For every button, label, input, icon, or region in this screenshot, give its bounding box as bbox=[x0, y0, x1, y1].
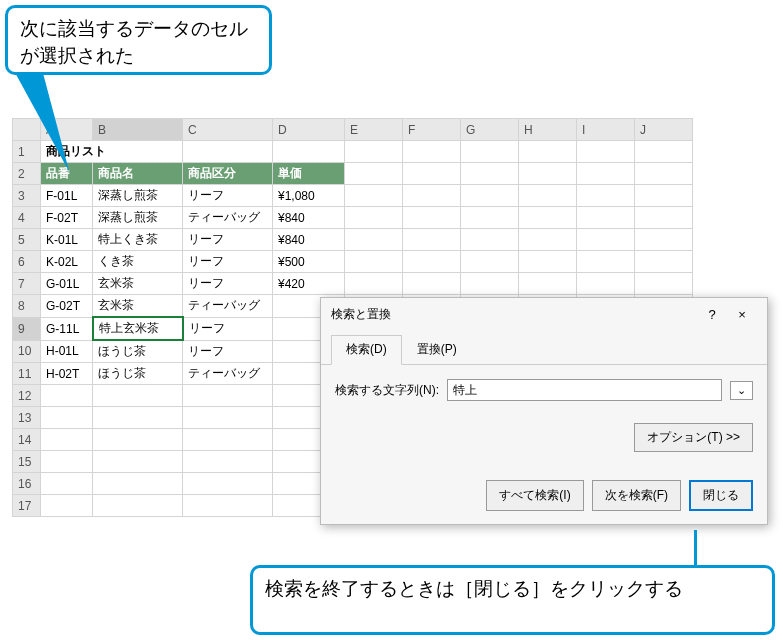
cell[interactable]: ほうじ茶 bbox=[93, 363, 183, 385]
cell[interactable]: K-01L bbox=[41, 229, 93, 251]
col-header-j[interactable]: J bbox=[635, 119, 693, 141]
find-next-button[interactable]: 次を検索(F) bbox=[592, 480, 681, 511]
cell[interactable]: リーフ bbox=[183, 229, 273, 251]
find-replace-dialog: 検索と置換 ? × 検索(D) 置換(P) 検索する文字列(N): ⌄ オプショ… bbox=[320, 297, 768, 525]
row-header[interactable]: 17 bbox=[13, 495, 41, 517]
cell[interactable]: ¥420 bbox=[273, 273, 345, 295]
callout-bottom-text: 検索を終了するときは［閉じる］をクリックする bbox=[265, 578, 683, 599]
row-header[interactable]: 11 bbox=[13, 363, 41, 385]
cell[interactable]: ティーバッグ bbox=[183, 295, 273, 318]
find-all-button[interactable]: すべて検索(I) bbox=[486, 480, 583, 511]
header-price[interactable]: 単価 bbox=[273, 163, 345, 185]
close-button[interactable]: 閉じる bbox=[689, 480, 753, 511]
row-header[interactable]: 3 bbox=[13, 185, 41, 207]
row-header[interactable]: 6 bbox=[13, 251, 41, 273]
cell[interactable]: F-02T bbox=[41, 207, 93, 229]
callout-top-text: 次に該当するデータのセルが選択された bbox=[20, 18, 248, 66]
dialog-tabs: 検索(D) 置換(P) bbox=[321, 331, 767, 365]
dialog-title-text: 検索と置換 bbox=[331, 306, 391, 323]
col-header-g[interactable]: G bbox=[461, 119, 519, 141]
selected-cell[interactable]: 特上玄米茶 bbox=[93, 317, 183, 340]
cell[interactable]: リーフ bbox=[183, 185, 273, 207]
row-header[interactable]: 10 bbox=[13, 340, 41, 363]
col-header-f[interactable]: F bbox=[403, 119, 461, 141]
close-x-button[interactable]: × bbox=[727, 307, 757, 322]
col-header-b[interactable]: B bbox=[93, 119, 183, 141]
cell[interactable]: H-01L bbox=[41, 340, 93, 363]
cell[interactable]: 深蒸し煎茶 bbox=[93, 185, 183, 207]
callout-top: 次に該当するデータのセルが選択された bbox=[5, 5, 272, 75]
row-header[interactable]: 15 bbox=[13, 451, 41, 473]
dialog-titlebar[interactable]: 検索と置換 ? × bbox=[321, 298, 767, 331]
row-header[interactable]: 2 bbox=[13, 163, 41, 185]
cell[interactable]: リーフ bbox=[183, 340, 273, 363]
cell[interactable]: ¥1,080 bbox=[273, 185, 345, 207]
find-label: 検索する文字列(N): bbox=[335, 382, 439, 399]
cell[interactable]: ティーバッグ bbox=[183, 363, 273, 385]
row-header[interactable]: 9 bbox=[13, 317, 41, 340]
row-header[interactable]: 16 bbox=[13, 473, 41, 495]
cell[interactable]: K-02L bbox=[41, 251, 93, 273]
cell[interactable]: リーフ bbox=[183, 251, 273, 273]
col-header-e[interactable]: E bbox=[345, 119, 403, 141]
header-category[interactable]: 商品区分 bbox=[183, 163, 273, 185]
cell[interactable]: リーフ bbox=[183, 317, 273, 340]
find-input[interactable] bbox=[447, 379, 722, 401]
cell[interactable]: ティーバッグ bbox=[183, 207, 273, 229]
cell[interactable]: 玄米茶 bbox=[93, 273, 183, 295]
row-header[interactable]: 4 bbox=[13, 207, 41, 229]
cell[interactable]: F-01L bbox=[41, 185, 93, 207]
row-header[interactable]: 12 bbox=[13, 385, 41, 407]
cell[interactable]: くき茶 bbox=[93, 251, 183, 273]
cell[interactable]: ¥840 bbox=[273, 207, 345, 229]
row-header[interactable]: 14 bbox=[13, 429, 41, 451]
row-header[interactable]: 7 bbox=[13, 273, 41, 295]
cell[interactable]: ほうじ茶 bbox=[93, 340, 183, 363]
cell[interactable]: G-01L bbox=[41, 273, 93, 295]
cell[interactable]: G-02T bbox=[41, 295, 93, 318]
help-button[interactable]: ? bbox=[697, 307, 727, 322]
row-header[interactable]: 8 bbox=[13, 295, 41, 318]
col-header-d[interactable]: D bbox=[273, 119, 345, 141]
cell[interactable]: リーフ bbox=[183, 273, 273, 295]
header-name[interactable]: 商品名 bbox=[93, 163, 183, 185]
options-button[interactable]: オプション(T) >> bbox=[634, 423, 753, 452]
col-header-i[interactable]: I bbox=[577, 119, 635, 141]
corner-cell[interactable] bbox=[13, 119, 41, 141]
cell[interactable]: ¥840 bbox=[273, 229, 345, 251]
cell[interactable]: 深蒸し煎茶 bbox=[93, 207, 183, 229]
tab-replace[interactable]: 置換(P) bbox=[402, 335, 472, 364]
col-header-h[interactable]: H bbox=[519, 119, 577, 141]
row-header[interactable]: 5 bbox=[13, 229, 41, 251]
col-header-c[interactable]: C bbox=[183, 119, 273, 141]
tab-find[interactable]: 検索(D) bbox=[331, 335, 402, 365]
row-header[interactable]: 13 bbox=[13, 407, 41, 429]
cell[interactable]: G-11L bbox=[41, 317, 93, 340]
cell[interactable]: 玄米茶 bbox=[93, 295, 183, 318]
callout-bottom: 検索を終了するときは［閉じる］をクリックする bbox=[250, 565, 775, 635]
cell[interactable]: 特上くき茶 bbox=[93, 229, 183, 251]
find-dropdown-icon[interactable]: ⌄ bbox=[730, 381, 753, 400]
cell[interactable]: H-02T bbox=[41, 363, 93, 385]
cell[interactable]: ¥500 bbox=[273, 251, 345, 273]
row-header[interactable]: 1 bbox=[13, 141, 41, 163]
